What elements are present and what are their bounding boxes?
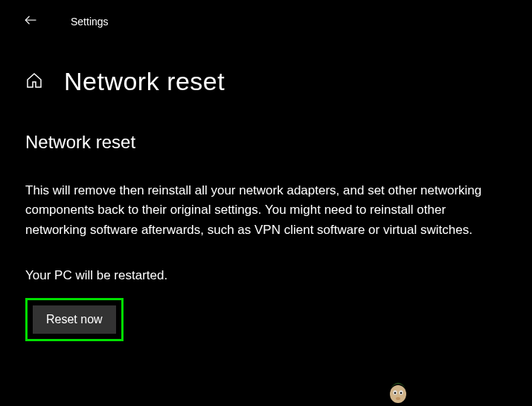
home-icon bbox=[25, 72, 43, 92]
reset-now-button[interactable]: Reset now bbox=[33, 305, 116, 334]
section-heading: Network reset bbox=[25, 132, 502, 153]
highlight-annotation: Reset now bbox=[25, 298, 124, 341]
restart-note: Your PC will be restarted. bbox=[25, 268, 502, 283]
title-row: Network reset bbox=[0, 30, 532, 96]
back-button[interactable] bbox=[24, 13, 37, 30]
header-bar: Settings bbox=[0, 0, 532, 30]
svg-point-1 bbox=[390, 385, 406, 403]
page-title: Network reset bbox=[64, 67, 225, 96]
home-button[interactable] bbox=[25, 72, 43, 92]
content-area: Network reset This will remove then rein… bbox=[0, 96, 532, 341]
svg-point-4 bbox=[394, 392, 396, 393]
svg-point-5 bbox=[400, 392, 402, 393]
description-text: This will remove then reinstall all your… bbox=[25, 181, 501, 240]
back-arrow-icon bbox=[24, 13, 37, 30]
svg-point-6 bbox=[396, 397, 400, 400]
app-name-label: Settings bbox=[71, 16, 109, 28]
mascot-icon bbox=[383, 375, 413, 405]
